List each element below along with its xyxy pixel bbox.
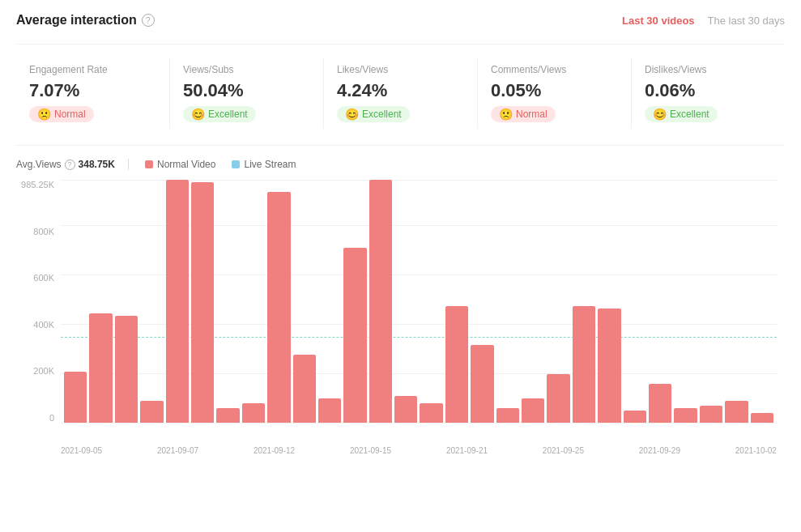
legend-livestream-label: Live Stream (244, 159, 296, 170)
x-label-0929: 2021-09-29 (639, 446, 680, 455)
metric-label-views-subs: Views/Subs (183, 64, 310, 75)
avg-views-container: Avg.Views ? 348.75K (16, 159, 129, 170)
metric-views-subs: Views/Subs 50.04% 😊 Excellent (170, 57, 324, 129)
chart-legend: Avg.Views ? 348.75K Normal Video Live St… (16, 159, 785, 170)
x-label-0912: 2021-09-12 (254, 446, 295, 455)
metric-dislikes-views: Dislikes/Views 0.06% 😊 Excellent (632, 57, 785, 129)
metric-value-engagement: 7.07% (29, 80, 156, 101)
y-axis: 985.25K 800K 600K 400K 200K 0 (16, 180, 61, 423)
header-right: Last 30 videos The last 30 days (622, 15, 785, 27)
bar-item (394, 396, 417, 423)
bar-item (725, 401, 748, 423)
header-left: Average interaction ? (16, 13, 155, 28)
metric-comments-views: Comments/Views 0.05% 🙁 Normal (478, 57, 632, 129)
metric-label-dislikes: Dislikes/Views (645, 64, 772, 75)
bar-item (293, 355, 316, 423)
x-label-0925: 2021-09-25 (543, 446, 584, 455)
legend-dot-livestream (232, 160, 240, 168)
bar-item (343, 248, 366, 423)
y-label-0: 0 (16, 413, 61, 423)
grid-line-bottom (61, 423, 777, 423)
bar-item (242, 403, 265, 423)
metric-engagement-rate: Engagement Rate 7.07% 🙁 Normal (16, 57, 170, 129)
legend-livestream: Live Stream (232, 159, 296, 170)
bar-item (751, 413, 773, 423)
metric-label-engagement: Engagement Rate (29, 64, 156, 75)
divider (16, 44, 785, 45)
y-label-600: 600K (16, 273, 61, 283)
bar-item (573, 306, 595, 423)
metric-value-likes: 4.24% (337, 80, 464, 101)
metrics-row: Engagement Rate 7.07% 🙁 Normal Views/Sub… (16, 57, 785, 129)
x-label-0915: 2021-09-15 (350, 446, 391, 455)
metric-badge-engagement: 🙁 Normal (29, 106, 94, 122)
bar-item (674, 408, 697, 423)
divider-2 (16, 145, 785, 146)
bar-item (64, 372, 87, 423)
help-icon[interactable]: ? (142, 14, 155, 27)
bar-item (598, 309, 620, 423)
legend-dot-normal (145, 160, 153, 168)
chart-section: Avg.Views ? 348.75K Normal Video Live St… (16, 159, 785, 455)
bar-item (471, 345, 493, 423)
badge-icon-views-subs: 😊 (191, 108, 205, 121)
x-label-0905: 2021-09-05 (61, 446, 102, 455)
badge-icon-dislikes: 😊 (653, 108, 667, 121)
avg-views-label: Avg.Views (16, 159, 62, 170)
header: Average interaction ? Last 30 videos The… (16, 13, 785, 28)
page-container: Average interaction ? Last 30 videos The… (0, 0, 801, 468)
page-title: Average interaction (16, 13, 137, 28)
x-axis: 2021-09-05 2021-09-07 2021-09-12 2021-09… (61, 446, 777, 455)
badge-icon-comments: 🙁 (499, 108, 513, 121)
metric-label-likes: Likes/Views (337, 64, 464, 75)
bar-item (191, 182, 214, 423)
bar-item (649, 384, 671, 423)
bar-item (115, 316, 138, 423)
bar-item (496, 408, 519, 423)
y-label-top: 985.25K (16, 180, 61, 189)
metric-likes-views: Likes/Views 4.24% 😊 Excellent (324, 57, 478, 129)
badge-icon-likes: 😊 (345, 108, 359, 121)
y-label-800: 800K (16, 227, 61, 236)
chart-wrapper: 985.25K 800K 600K 400K 200K 0 (16, 180, 785, 455)
x-label-0921: 2021-09-21 (446, 446, 488, 455)
avg-views-value: 348.75K (79, 159, 115, 170)
x-label-0907: 2021-09-07 (157, 446, 198, 455)
metric-value-views-subs: 50.04% (183, 80, 310, 101)
y-label-400: 400K (16, 320, 61, 330)
bar-item (89, 313, 112, 423)
bar-item (420, 403, 442, 423)
bar-item (267, 192, 290, 423)
time-option-30-days[interactable]: The last 30 days (708, 15, 785, 27)
legend-normal-label: Normal Video (157, 159, 215, 170)
bar-item (547, 374, 569, 423)
chart-area: 985.25K 800K 600K 400K 200K 0 (16, 180, 785, 423)
bar-item (700, 406, 722, 423)
bar-item (369, 180, 392, 423)
bar-item (166, 180, 189, 423)
bar-item (318, 398, 341, 423)
metric-value-comments: 0.05% (491, 80, 618, 101)
bar-item (624, 411, 646, 423)
legend-normal-video: Normal Video (145, 159, 215, 170)
time-option-30-videos[interactable]: Last 30 videos (622, 15, 695, 27)
metric-badge-likes: 😊 Excellent (337, 106, 410, 122)
metric-label-comments: Comments/Views (491, 64, 618, 75)
bar-item (522, 398, 544, 423)
bar-item (445, 306, 468, 423)
metric-badge-dislikes: 😊 Excellent (645, 106, 718, 122)
avg-views-help-icon[interactable]: ? (65, 160, 75, 170)
y-label-200: 200K (16, 366, 61, 376)
bar-item (216, 408, 239, 423)
metric-badge-views-subs: 😊 Excellent (183, 106, 256, 122)
metric-badge-comments: 🙁 Normal (491, 106, 556, 122)
badge-icon-engagement: 🙁 (37, 108, 51, 121)
x-label-1002: 2021-10-02 (735, 446, 777, 455)
chart-inner (61, 180, 777, 423)
bar-item (140, 401, 163, 423)
bars-container (61, 180, 777, 423)
metric-value-dislikes: 0.06% (645, 80, 772, 101)
